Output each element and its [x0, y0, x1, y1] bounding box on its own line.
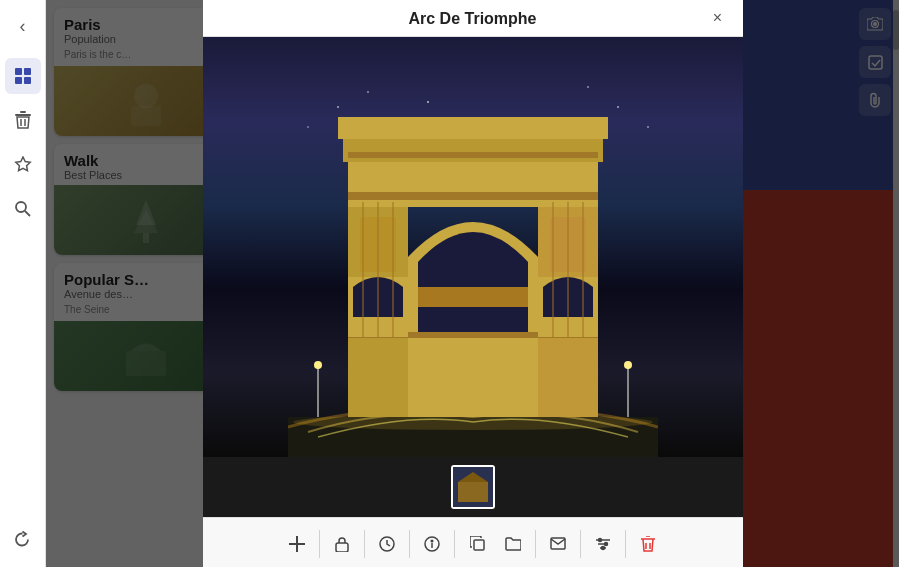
svg-point-61 [599, 538, 602, 541]
svg-point-48 [647, 126, 649, 128]
toolbar-group-2 [324, 526, 360, 562]
svg-rect-5 [15, 114, 31, 116]
toolbar-divider-4 [454, 530, 455, 558]
toolbar-group-1 [279, 526, 315, 562]
svg-rect-1 [24, 68, 31, 75]
svg-point-55 [431, 540, 433, 542]
toolbar-divider-7 [625, 530, 626, 558]
toolbar-divider-5 [535, 530, 536, 558]
svg-rect-4 [20, 111, 26, 113]
delete-button[interactable] [630, 526, 666, 562]
svg-rect-50 [458, 482, 488, 502]
toolbar-group-7 [585, 526, 621, 562]
thumbnail-bar [203, 457, 743, 517]
svg-point-62 [605, 542, 608, 545]
lock-button[interactable] [324, 526, 360, 562]
toolbar-divider-3 [409, 530, 410, 558]
svg-rect-56 [474, 540, 484, 550]
grid-icon[interactable] [5, 58, 41, 94]
modal-overlay: Arc De Triomphe × [46, 0, 899, 567]
toolbar-divider-1 [319, 530, 320, 558]
toolbar-divider-6 [580, 530, 581, 558]
toolbar-divider-2 [364, 530, 365, 558]
svg-rect-51 [336, 543, 348, 552]
svg-rect-3 [24, 77, 31, 84]
svg-point-47 [307, 126, 309, 128]
mail-button[interactable] [540, 526, 576, 562]
arc-triomphe-image [288, 77, 658, 457]
thumbnail-1[interactable] [451, 465, 495, 509]
svg-rect-2 [15, 77, 22, 84]
toolbar-group-3 [369, 526, 405, 562]
svg-line-9 [25, 211, 30, 216]
modal-toolbar [203, 517, 743, 567]
modal-close-button[interactable]: × [705, 5, 731, 31]
modal-dialog: Arc De Triomphe × [203, 0, 743, 567]
svg-rect-26 [348, 152, 598, 158]
filter-button[interactable] [585, 526, 621, 562]
add-button[interactable] [279, 526, 315, 562]
svg-point-42 [337, 106, 339, 108]
svg-point-46 [617, 106, 619, 108]
svg-point-63 [602, 546, 605, 549]
trash-icon[interactable] [5, 102, 41, 138]
info-button[interactable] [414, 526, 450, 562]
thumbnail-1-image [453, 467, 493, 507]
toolbar-group-5 [459, 526, 531, 562]
svg-point-41 [624, 361, 632, 369]
toolbar-group-6 [540, 526, 576, 562]
svg-rect-23 [338, 117, 608, 139]
refresh-icon[interactable] [5, 521, 41, 557]
copy-button[interactable] [459, 526, 495, 562]
modal-main-image [203, 37, 743, 457]
svg-point-39 [314, 361, 322, 369]
back-button[interactable]: ‹ [7, 10, 39, 42]
svg-rect-31 [418, 287, 528, 307]
clock-button[interactable] [369, 526, 405, 562]
search-icon[interactable] [5, 190, 41, 226]
toolbar-group-4 [414, 526, 450, 562]
sidebar: ‹ [0, 0, 46, 567]
modal-header: Arc De Triomphe × [203, 0, 743, 37]
content-area: Paris Population Paris is the c… Walk Be… [46, 0, 899, 567]
toolbar-group-8 [630, 526, 666, 562]
svg-rect-22 [343, 137, 603, 162]
svg-point-45 [587, 86, 589, 88]
svg-point-44 [427, 101, 429, 103]
folder-button[interactable] [495, 526, 531, 562]
svg-rect-24 [348, 192, 598, 200]
svg-point-8 [16, 202, 26, 212]
star-icon[interactable] [5, 146, 41, 182]
svg-rect-0 [15, 68, 22, 75]
modal-title: Arc De Triomphe [219, 10, 727, 28]
svg-point-43 [367, 91, 369, 93]
